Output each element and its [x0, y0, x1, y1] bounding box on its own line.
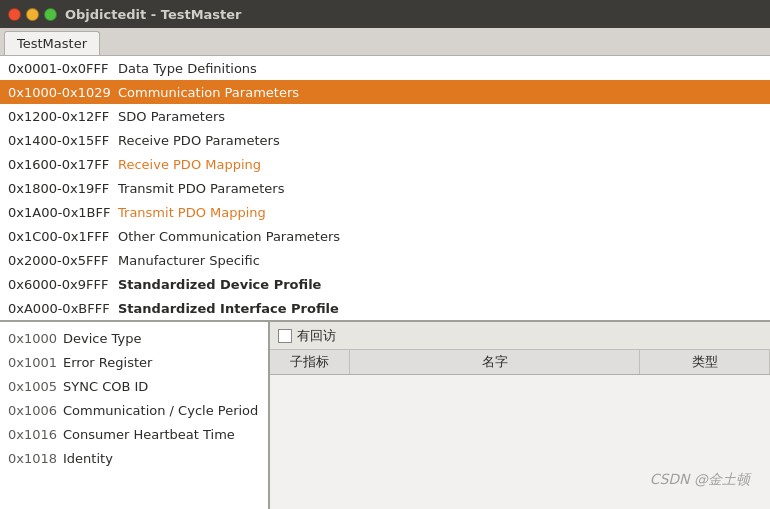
minimize-button[interactable] [26, 8, 39, 21]
entry-label: Device Type [63, 331, 141, 346]
checkbox[interactable] [278, 329, 292, 343]
index-label: Receive PDO Parameters [118, 133, 280, 148]
index-range: 0x1000-0x1029 [8, 85, 118, 100]
index-range: 0x1400-0x15FF [8, 133, 118, 148]
index-range: 0x1600-0x17FF [8, 157, 118, 172]
entry-row[interactable]: 0x1001 Error Register [0, 350, 268, 374]
index-label: Transmit PDO Parameters [118, 181, 284, 196]
index-row[interactable]: 0x1A00-0x1BFF Transmit PDO Mapping [0, 200, 770, 224]
index-range: 0x1A00-0x1BFF [8, 205, 118, 220]
close-button[interactable] [8, 8, 21, 21]
entry-index: 0x1001 [8, 355, 63, 370]
main-content: 0x0001-0x0FFF Data Type Definitions 0x10… [0, 56, 770, 509]
col-header-name: 名字 [350, 350, 640, 374]
index-range: 0x1800-0x19FF [8, 181, 118, 196]
col-header-type: 类型 [640, 350, 770, 374]
window-controls [8, 8, 57, 21]
index-row[interactable]: 0x1200-0x12FF SDO Parameters [0, 104, 770, 128]
index-label: Communication Parameters [118, 85, 299, 100]
index-label: Standardized Device Profile [118, 277, 321, 292]
col-header-subindex: 子指标 [270, 350, 350, 374]
entry-index: 0x1006 [8, 403, 63, 418]
entry-label: SYNC COB ID [63, 379, 148, 394]
index-label: Standardized Interface Profile [118, 301, 339, 316]
entry-label: Error Register [63, 355, 152, 370]
entries-panel: 0x1000 Device Type 0x1001 Error Register… [0, 322, 270, 509]
index-row[interactable]: 0x1C00-0x1FFF Other Communication Parame… [0, 224, 770, 248]
entry-index: 0x1000 [8, 331, 63, 346]
index-label: Other Communication Parameters [118, 229, 340, 244]
maximize-button[interactable] [44, 8, 57, 21]
index-label: Transmit PDO Mapping [118, 205, 266, 220]
table-header-bar: 有回访 [270, 322, 770, 350]
table-columns: 子指标 名字 类型 [270, 350, 770, 375]
entry-row[interactable]: 0x1006 Communication / Cycle Period [0, 398, 268, 422]
checkbox-label: 有回访 [297, 327, 336, 345]
entry-index: 0x1018 [8, 451, 63, 466]
entry-label: Consumer Heartbeat Time [63, 427, 235, 442]
entry-label: Identity [63, 451, 113, 466]
index-range: 0x2000-0x5FFF [8, 253, 118, 268]
index-range: 0x1C00-0x1FFF [8, 229, 118, 244]
watermark: CSDN @金土顿 [650, 471, 750, 489]
entry-row[interactable]: 0x1005 SYNC COB ID [0, 374, 268, 398]
index-row[interactable]: 0x1000-0x1029 Communication Parameters [0, 80, 770, 104]
checkbox-area[interactable]: 有回访 [278, 327, 336, 345]
index-label: SDO Parameters [118, 109, 225, 124]
entry-label: Communication / Cycle Period [63, 403, 258, 418]
index-row[interactable]: 0x6000-0x9FFF Standardized Device Profil… [0, 272, 770, 296]
index-range: 0xA000-0xBFFF [8, 301, 118, 316]
index-label: Data Type Definitions [118, 61, 257, 76]
entry-row[interactable]: 0x1018 Identity [0, 446, 268, 470]
index-row[interactable]: 0x1400-0x15FF Receive PDO Parameters [0, 128, 770, 152]
entry-row[interactable]: 0x1000 Device Type [0, 326, 268, 350]
index-row[interactable]: 0x1800-0x19FF Transmit PDO Parameters [0, 176, 770, 200]
entry-index: 0x1005 [8, 379, 63, 394]
index-row[interactable]: 0xA000-0xBFFF Standardized Interface Pro… [0, 296, 770, 320]
tab-bar: TestMaster [0, 28, 770, 56]
index-range: 0x1200-0x12FF [8, 109, 118, 124]
index-list: 0x0001-0x0FFF Data Type Definitions 0x10… [0, 56, 770, 322]
tab-testmaster[interactable]: TestMaster [4, 31, 100, 55]
entry-index: 0x1016 [8, 427, 63, 442]
index-range: 0x6000-0x9FFF [8, 277, 118, 292]
index-row[interactable]: 0x2000-0x5FFF Manufacturer Specific [0, 248, 770, 272]
index-label: Receive PDO Mapping [118, 157, 261, 172]
index-range: 0x0001-0x0FFF [8, 61, 118, 76]
index-row[interactable]: 0x1600-0x17FF Receive PDO Mapping [0, 152, 770, 176]
index-row[interactable]: 0x0001-0x0FFF Data Type Definitions [0, 56, 770, 80]
entry-row[interactable]: 0x1016 Consumer Heartbeat Time [0, 422, 268, 446]
window-title: Objdictedit - TestMaster [65, 7, 242, 22]
index-label: Manufacturer Specific [118, 253, 260, 268]
title-bar: Objdictedit - TestMaster [0, 0, 770, 28]
